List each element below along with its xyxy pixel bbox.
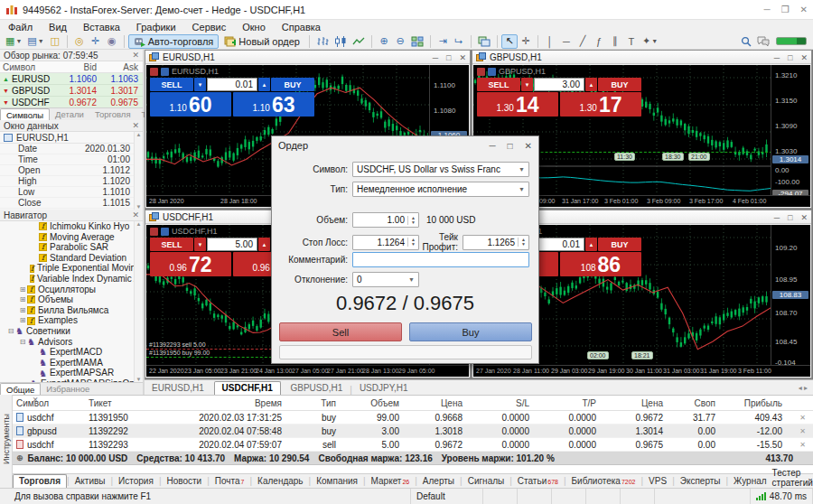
minimize-icon[interactable]: ─ — [774, 213, 780, 222]
toolbox-tab-6[interactable]: Календарь — [252, 475, 308, 488]
maximize-icon[interactable]: □ — [446, 53, 451, 62]
chevron-down-icon[interactable]: ▼ — [651, 38, 658, 44]
toolbox-tab-14[interactable]: Эксперты — [675, 475, 726, 488]
navigator-tab-2[interactable]: Избранное — [41, 383, 95, 395]
close-icon[interactable]: ✕ — [800, 53, 808, 62]
toolbox-tab-12[interactable]: Библиотека7202 — [566, 475, 641, 488]
chart-window-title-bar[interactable]: EURUSD,H1─□✕ — [145, 51, 470, 64]
position-row-2[interactable]: gbpusd113922922020.02.04 07:58:48buy3.00… — [13, 425, 813, 438]
tab-scroll-arrows[interactable]: ◂ ▸ — [793, 384, 813, 392]
buy-price-box[interactable]: 10886 — [560, 252, 641, 276]
navigator-item[interactable]: ⊞fБилла Вильямса — [0, 305, 134, 316]
column-header-9[interactable]: Цена — [600, 398, 667, 408]
profile-selector[interactable]: Default — [411, 489, 483, 504]
connection-status[interactable]: 48.70 ms — [750, 489, 813, 504]
column-header-bid[interactable]: Bid — [60, 62, 101, 72]
spinner-icons[interactable]: ▲▼ — [518, 238, 528, 247]
auto-trading-button[interactable]: Авто-торговля — [128, 34, 220, 49]
toolbox-tab-8[interactable]: Маркет26 — [366, 475, 416, 488]
window-controls[interactable]: ─□✕ — [766, 52, 808, 62]
toolbox-tab-15[interactable]: Журнал — [728, 475, 772, 488]
close-position-icon[interactable]: ✕ — [786, 441, 813, 449]
window-controls[interactable]: ─□✕ — [425, 52, 466, 62]
sell-button[interactable]: SELL — [477, 78, 520, 91]
navigator-item[interactable]: ♞ExpertMAMA — [0, 358, 134, 369]
navigator-item[interactable]: ⊞fОбъемы — [0, 294, 134, 305]
buy-button[interactable]: BUY — [598, 78, 641, 91]
toolbox-tab-3[interactable]: История — [113, 475, 159, 488]
toolbox-tab-10[interactable]: Сигналы — [463, 475, 510, 488]
sell-price-box[interactable]: 1.3014 — [477, 92, 558, 117]
position-row-1[interactable]: usdchf113919502020.02.03 17:31:25buy99.0… — [13, 411, 813, 425]
buy-price-box[interactable]: 1.1063 — [233, 92, 314, 117]
column-header-10[interactable]: Своп — [667, 398, 719, 408]
new-chart-icon[interactable]: ▦▼ — [3, 34, 24, 49]
zoom-out-icon[interactable]: ⊖ — [392, 34, 408, 49]
sell-price-box[interactable]: 1.1060 — [150, 92, 231, 117]
chart-window-title-bar[interactable]: GBPUSD,H1─□✕ — [472, 51, 811, 64]
market-watch-row-eurusd[interactable]: ▲EURUSD1.10601.1063 — [0, 73, 143, 85]
navigator-item[interactable]: fParabolic SAR — [0, 242, 134, 253]
menu-item-7[interactable]: Справка — [274, 21, 329, 33]
navigator-item[interactable]: fIchimoku Kinko Hyo — [0, 221, 134, 232]
toolbox-tab-11[interactable]: Статьи678 — [512, 475, 564, 488]
column-header-5[interactable]: Объем — [340, 398, 403, 408]
menu-item-1[interactable]: Файл — [0, 21, 41, 33]
scrollbar[interactable]: ▲▼ — [134, 221, 143, 382]
column-header-7[interactable]: S/L — [466, 398, 533, 408]
close-icon[interactable]: ✕ — [132, 210, 139, 219]
maximize-icon[interactable]: □ — [788, 53, 792, 62]
collapse-icon[interactable]: ⊟ — [6, 326, 15, 337]
close-icon[interactable]: ✕ — [525, 141, 532, 151]
navigator-item[interactable]: fMoving Average — [0, 232, 134, 243]
trendline-icon[interactable]: ╱ — [575, 34, 591, 49]
maximize-icon[interactable]: □ — [508, 141, 513, 151]
symbol-select[interactable]: USDCHF, US Dollar vs Swiss Franc▼ — [352, 162, 529, 177]
price-scale[interactable]: 1.32101.31501.30901.30301.30140.00-100.0… — [771, 65, 810, 197]
collapse-icon[interactable]: ⊟ — [18, 337, 27, 348]
volume-input[interactable]: 5.00 — [207, 238, 257, 251]
stop-loss-input[interactable]: 1.1264 ▲▼ — [352, 235, 419, 250]
volume-input[interactable]: 1.00 ▲▼ — [352, 212, 419, 228]
chart-mode-icon[interactable] — [488, 68, 496, 76]
navigator-item[interactable]: ⊟♞Advisors — [0, 337, 134, 348]
expand-icon[interactable]: ⊞ — [18, 305, 27, 316]
scrollbar[interactable]: ▲▼ — [134, 132, 143, 210]
volume-up-icon[interactable]: ▲ — [585, 238, 597, 251]
navigator-item[interactable]: ♞ExpertMACD — [0, 347, 134, 358]
line-chart-icon[interactable] — [350, 34, 368, 49]
navigator-item[interactable]: ⊟♞Советники — [0, 326, 134, 337]
window-controls[interactable]: ─□✕ — [766, 212, 808, 222]
column-header-4[interactable]: Тип — [285, 398, 340, 408]
navigator-item[interactable]: ♞ExpertMAPSAR — [0, 368, 134, 378]
deviation-select[interactable]: 0▼ — [352, 272, 419, 287]
vertical-line-icon[interactable]: │ — [542, 34, 558, 49]
toolbox-tab-9[interactable]: Алерты — [417, 475, 460, 488]
close-icon[interactable]: ✕ — [132, 51, 139, 60]
toolbox-tab-7[interactable]: Компания — [311, 475, 363, 488]
panel-toggle-icon[interactable] — [150, 228, 158, 236]
navigator-item[interactable]: fStandard Deviation — [0, 253, 134, 264]
column-header-symbol[interactable]: Символ — [0, 62, 60, 72]
volume-down-icon[interactable]: ▼ — [194, 238, 206, 251]
buy-price-box[interactable]: 1.3017 — [560, 92, 641, 117]
volume-input[interactable]: 0.01 — [207, 78, 257, 91]
position-row-3[interactable]: usdchf113922932020.02.04 07:59:07sell5.0… — [13, 438, 813, 452]
market-watch-tab-2[interactable]: Детали — [50, 108, 89, 120]
navigator-item[interactable]: fVariable Index Dynamic A — [0, 274, 134, 285]
market-watch-tab-3[interactable]: Торговля — [89, 108, 136, 120]
terminal-signal-icon[interactable]: ◉ — [104, 34, 120, 49]
column-header-ask[interactable]: Ask — [101, 62, 143, 72]
panel-toggle-icon[interactable] — [477, 68, 485, 76]
menu-item-4[interactable]: Графики — [128, 21, 184, 33]
horizontal-line-icon[interactable]: ─ — [558, 34, 575, 49]
history-center-icon[interactable]: ◫ — [47, 34, 63, 49]
close-position-icon[interactable]: ✕ — [786, 414, 813, 422]
close-icon[interactable]: ✕ — [32, 368, 40, 433]
column-header-6[interactable]: Цена — [403, 398, 466, 408]
sell-button[interactable]: SELL — [150, 78, 193, 91]
navigator-item[interactable]: fTriple Exponential Movin — [0, 263, 134, 274]
minimize-icon[interactable]: ─ — [489, 141, 495, 151]
volume-up-icon[interactable]: ▲ — [585, 78, 597, 91]
close-icon[interactable]: ✕ — [800, 213, 808, 222]
